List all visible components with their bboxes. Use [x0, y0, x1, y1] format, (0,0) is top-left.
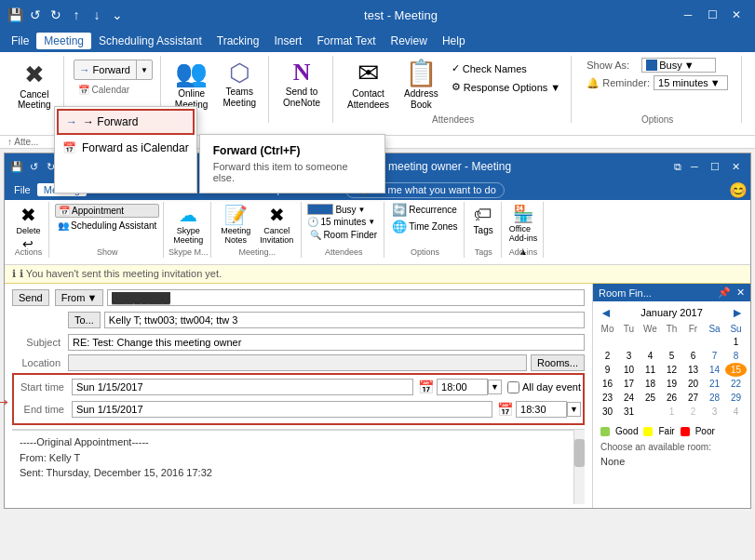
to-btn[interactable]: To...: [68, 312, 101, 328]
meeting-notes-btn[interactable]: 📝 MeetingNotes: [217, 202, 254, 247]
recurrence-btn[interactable]: 🔄 Recurrence: [390, 202, 459, 218]
cal-prev-btn[interactable]: ◄: [597, 305, 615, 320]
restore-btn[interactable]: ☐: [701, 4, 723, 26]
end-date-field[interactable]: [72, 401, 492, 418]
cal-cell[interactable]: 9: [597, 363, 618, 377]
cal-cell[interactable]: 23: [597, 391, 618, 405]
start-time-field[interactable]: [437, 379, 488, 395]
to-field[interactable]: [104, 312, 585, 328]
cal-cell[interactable]: 12: [661, 363, 682, 377]
end-calendar-icon[interactable]: 📅: [497, 402, 513, 417]
cal-cell[interactable]: [682, 335, 704, 349]
teams-meeting-btn[interactable]: ⬡ TeamsMeeting: [216, 56, 263, 113]
cal-cell[interactable]: 31: [618, 405, 640, 419]
menu-insert[interactable]: Insert: [266, 33, 309, 49]
inner-menu-file[interactable]: File: [7, 183, 37, 196]
from-btn[interactable]: From ▼: [55, 289, 104, 306]
cal-cell[interactable]: 29: [725, 391, 747, 405]
cal-cell[interactable]: 19: [661, 377, 682, 391]
forward-main-btn[interactable]: → Forward: [74, 60, 136, 79]
cal-cell[interactable]: 21: [704, 377, 725, 391]
all-day-checkbox[interactable]: [507, 381, 519, 393]
down-icon[interactable]: ↓: [89, 7, 104, 22]
cal-cell[interactable]: 1: [725, 335, 747, 349]
cal-cell-other[interactable]: 4: [725, 405, 747, 419]
start-time-dropdown[interactable]: ▼: [488, 380, 502, 394]
cal-cell[interactable]: 30: [597, 405, 618, 419]
cal-cell[interactable]: 3: [618, 349, 640, 363]
cal-cell-other[interactable]: 3: [704, 405, 725, 419]
cal-cell[interactable]: [661, 335, 682, 349]
send-to-onenote-btn[interactable]: N Send toOneNote: [276, 56, 327, 113]
cal-cell[interactable]: [640, 405, 661, 419]
start-date-field[interactable]: [72, 379, 413, 395]
cal-cell[interactable]: 7: [704, 349, 725, 363]
show-as-select[interactable]: Busy ▼: [641, 58, 716, 73]
menu-file[interactable]: File: [4, 33, 36, 49]
redo-icon[interactable]: ↻: [48, 7, 63, 22]
cal-cell[interactable]: 16: [597, 377, 618, 391]
cal-cell[interactable]: [704, 335, 725, 349]
cal-cell[interactable]: 24: [618, 391, 640, 405]
cal-cell[interactable]: 14: [704, 363, 725, 377]
inner-save-icon[interactable]: 💾: [10, 160, 23, 173]
cal-cell[interactable]: 17: [618, 377, 640, 391]
cal-cell-other[interactable]: 2: [682, 405, 704, 419]
inner-maximize-btn[interactable]: ☐: [706, 157, 724, 176]
cal-cell[interactable]: [597, 335, 618, 349]
forward-item[interactable]: → → Forward: [57, 109, 195, 135]
send-btn[interactable]: Send: [12, 289, 49, 306]
forward-dropdown-btn[interactable]: ▼: [136, 60, 152, 79]
cal-cell-other[interactable]: 1: [661, 405, 682, 419]
cal-cell[interactable]: 13: [682, 363, 704, 377]
inner-close-btn[interactable]: ✕: [726, 157, 745, 176]
check-names-btn[interactable]: ✓Check Names: [447, 60, 565, 77]
cal-cell[interactable]: 25: [640, 391, 661, 405]
cancel-invitation-btn[interactable]: ✖ CancelInvitation: [256, 202, 297, 247]
subject-field[interactable]: [68, 334, 585, 351]
reminder-select[interactable]: 15 minutes ▼: [654, 75, 728, 90]
start-calendar-icon[interactable]: 📅: [418, 380, 434, 394]
scrollbar-thumb[interactable]: [574, 439, 585, 467]
cal-cell[interactable]: 8: [725, 349, 747, 363]
scheduling-assistant-btn[interactable]: 👥 Scheduling Assistant: [55, 220, 159, 232]
body-area[interactable]: -----Original Appointment----- From: Kel…: [12, 430, 573, 504]
cal-cell-today[interactable]: 15: [725, 363, 747, 377]
address-book-btn[interactable]: 📋 AddressBook: [398, 56, 445, 115]
cal-cell[interactable]: 4: [640, 349, 661, 363]
minimize-btn[interactable]: ─: [677, 4, 699, 26]
cal-cell[interactable]: [618, 335, 640, 349]
cal-cell[interactable]: 20: [682, 377, 704, 391]
body-scrollbar[interactable]: [573, 430, 585, 504]
appointment-btn[interactable]: 📅 Appointment: [55, 204, 159, 218]
cal-cell[interactable]: 18: [640, 377, 661, 391]
rooms-btn[interactable]: Rooms...: [531, 354, 585, 371]
cal-cell[interactable]: 27: [682, 391, 704, 405]
cancel-meeting-btn[interactable]: ✖ Cancel Meeting: [11, 56, 58, 114]
end-time-field[interactable]: [516, 401, 567, 418]
menu-tracking[interactable]: Tracking: [209, 33, 267, 49]
room-finder-pin-icon[interactable]: 📌: [718, 287, 731, 299]
more-icon[interactable]: ⌄: [110, 7, 125, 22]
inner-restore-icon[interactable]: ⧉: [674, 161, 681, 173]
save-icon[interactable]: 💾: [7, 7, 22, 22]
room-finder-close-icon[interactable]: ✕: [736, 287, 745, 299]
calendar-small-btn[interactable]: 📅 Calendar: [74, 82, 153, 98]
forward-as-ical-item[interactable]: 📅 Forward as iCalendar: [55, 137, 196, 159]
up-icon[interactable]: ↑: [69, 7, 84, 22]
menu-help[interactable]: Help: [435, 33, 473, 49]
undo-icon[interactable]: ↺: [28, 7, 43, 22]
inner-delete-btn[interactable]: ✖ Delete ↩: [12, 202, 44, 253]
cal-next-btn[interactable]: ►: [728, 305, 747, 320]
cal-cell[interactable]: [640, 335, 661, 349]
office-addins-btn[interactable]: 🏪 OfficeAdd-ins: [507, 202, 540, 245]
inner-minimize-btn[interactable]: ─: [685, 157, 704, 176]
inner-undo-icon[interactable]: ↺: [27, 160, 40, 173]
cal-cell[interactable]: 22: [725, 377, 747, 391]
close-btn[interactable]: ✕: [725, 4, 748, 26]
cal-cell[interactable]: 28: [704, 391, 725, 405]
cal-cell[interactable]: 26: [661, 391, 682, 405]
response-options-btn[interactable]: ⚙Response Options ▼: [447, 78, 565, 96]
menu-scheduling-assistant[interactable]: Scheduling Assistant: [91, 33, 209, 49]
location-select[interactable]: [68, 354, 527, 371]
